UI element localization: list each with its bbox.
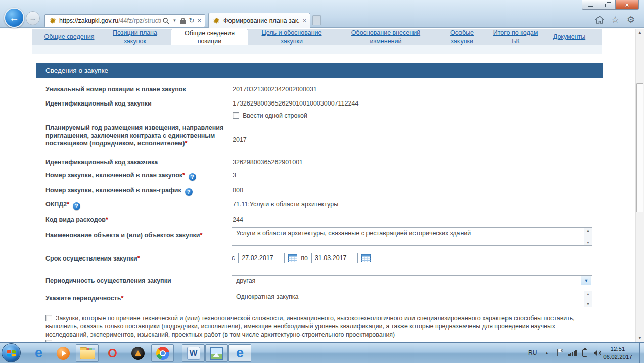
required-mark: * [182,172,185,179]
action-center-flag-icon[interactable] [556,348,564,357]
tab-general-info[interactable]: Общие сведения [39,29,99,45]
taskbar-word-button[interactable]: W [182,344,205,362]
required-mark: * [200,232,202,239]
show-desktop-button[interactable] [639,343,644,363]
period-inputs: с по [232,253,588,263]
date-to-input[interactable] [311,253,358,263]
calendar-icon[interactable] [288,254,297,262]
field-value: 000 [233,187,588,194]
scroll-down-icon[interactable]: ▼ [584,302,592,306]
object-name-textarea[interactable]: Услуги в области архитектуры, связанные … [232,227,592,246]
minimize-button[interactable] [582,0,599,10]
taskbar-ie-icon[interactable]: e [27,344,50,362]
section-header: Сведения о закупке [36,63,603,78]
battery-icon[interactable] [582,349,587,357]
required-mark: * [185,140,188,147]
field-label: Срок осуществления закупки* [45,255,231,263]
clock[interactable]: 12:51 06.02.2017 [602,345,634,361]
tab-purpose-justification[interactable]: Цель и обоснование закупки [249,29,335,45]
opera-icon: O [108,347,117,359]
select-dropdown-icon[interactable]: ▼ [581,276,591,285]
tab-special-purchases[interactable]: Особые закупки [437,29,487,45]
complexity-checkbox[interactable] [45,315,52,321]
help-icon[interactable]: ? [73,202,80,210]
browser-toolbar-icons: ☆ ⚙ [594,15,636,25]
required-mark: * [137,255,140,262]
stop-icon[interactable]: × [197,15,201,27]
word-icon: W [187,347,200,360]
ie-icon: e [35,346,42,360]
field-label: Номер закупки, включенной в план-график? [45,187,231,196]
frequency-detail-textarea[interactable]: Однократная закупка ▲▼ [232,291,592,307]
field-value: 244 [233,216,588,223]
field-label: ОКПД2*? [45,201,231,210]
page-content: Общие сведения Позиции плана закупок Общ… [0,28,644,342]
forward-button[interactable]: → [26,11,40,25]
new-tab-button[interactable] [312,15,321,25]
network-signal-icon[interactable] [568,350,578,356]
taskbar-aimp-icon[interactable] [126,344,149,362]
field-label: Периодичность осуществления закупки [45,277,231,285]
single-line-checkbox[interactable] [233,112,239,119]
taskbar-chrome-button[interactable] [151,344,174,362]
chrome-icon [156,347,169,360]
field-label: Уникальный номер позиции в плане закупок [45,86,231,94]
search-icon[interactable] [162,17,170,25]
frequency-select[interactable]: другая ▼ [232,275,592,286]
language-indicator[interactable]: RU [528,349,537,356]
scrollbar-thumb[interactable] [636,83,643,212]
taskbar-opera-icon[interactable]: O [101,344,124,362]
windows-flag-icon [6,348,16,358]
help-icon[interactable]: ? [189,173,196,181]
close-button[interactable]: × [616,0,639,10]
field-label: Наименование объекта и (или) объектов за… [45,232,231,240]
textarea-value: Услуги в области архитектуры, связанные … [232,228,583,240]
home-icon[interactable] [594,15,605,25]
required-mark: * [121,295,124,302]
checkbox-label: Ввести одной строкой [243,112,307,119]
back-button[interactable]: ← [4,8,24,28]
scrollbar-down-icon[interactable]: ▼ [636,334,644,342]
favorites-star-icon[interactable]: ☆ [610,15,620,25]
tab-documents[interactable]: Документы [544,29,594,45]
address-url[interactable]: https://zakupki.gov.ru/44fz/rpz/structur… [59,17,161,24]
field-label: Планируемый год размещения извещения, на… [45,124,231,148]
tab-plan-positions[interactable]: Позиции плана закупок [100,29,170,45]
restore-button[interactable] [599,0,616,10]
taskbar-explorer-button[interactable] [76,344,99,362]
scroll-up-icon[interactable]: ▲ [584,292,592,296]
field-label: Номер закупки, включенной в план закупок… [45,172,231,181]
textarea-scrollbar[interactable]: ▲▼ [584,228,592,245]
scroll-up-icon[interactable]: ▲ [584,229,592,232]
date-to-label: по [301,254,308,262]
volume-icon[interactable] [593,349,602,357]
required-mark: * [67,201,69,208]
taskbar-media-player-icon[interactable] [52,344,74,362]
tab-position-general[interactable]: Общие сведения позиции [171,29,248,45]
help-icon[interactable]: ? [185,188,193,196]
tab-strip-shadow [32,45,602,54]
date-from-label: с [232,254,235,262]
browser-chrome: × ← → https://zakupki.gov.ru/44fz/rpz/st… [0,0,644,28]
date-from-input[interactable] [238,253,285,263]
tab-bk-totals[interactable]: Итого по кодам БК [488,29,543,45]
calendar-icon[interactable] [361,254,371,262]
taskbar-image-viewer-button[interactable] [205,344,228,362]
settings-gear-icon[interactable]: ⚙ [626,15,636,25]
address-bar[interactable]: https://zakupki.gov.ru/44fz/rpz/structur… [44,14,205,27]
search-dropdown-caret-icon[interactable]: ▼ [173,15,177,27]
scrollbar-up-icon[interactable]: ▲ [636,29,644,37]
tray-expand-icon[interactable]: ▲ [545,351,549,355]
tab-amendments-justification[interactable]: Обоснование внесений изменений [335,29,436,45]
textarea-scrollbar[interactable]: ▲▼ [584,291,592,307]
refresh-icon[interactable]: ↻ [189,15,195,27]
taskbar-ie-active-button[interactable]: e [228,344,251,362]
scroll-down-icon[interactable]: ▼ [584,241,592,244]
field-label: Код вида расходов* [45,216,231,224]
tab-close-icon[interactable]: × [303,17,306,24]
browser-tab[interactable]: Формирование плана зак... × [208,13,310,28]
taskbar: e O W e RU ▲ 12:51 06.02.2017 [0,342,644,363]
start-button[interactable] [2,343,21,362]
url-host: https://zakupki.gov.ru [59,17,118,24]
page-scrollbar[interactable]: ▲ ▼ [635,29,644,342]
